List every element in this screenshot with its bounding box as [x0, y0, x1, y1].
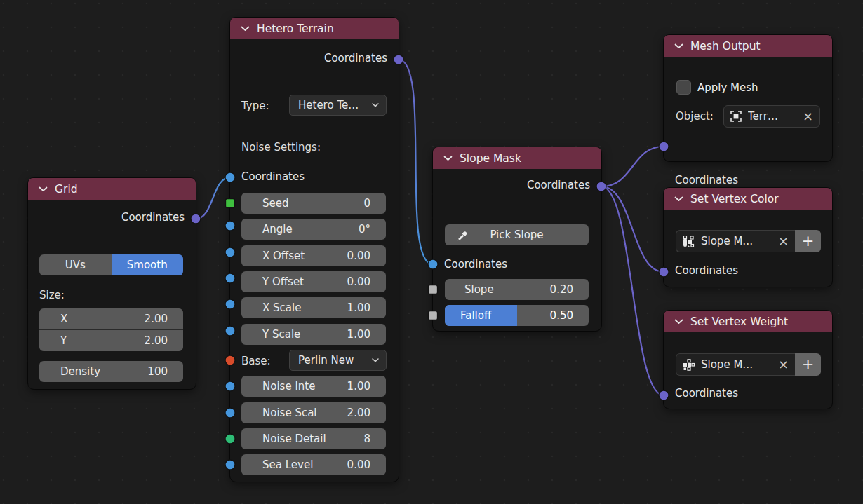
- socket-slopemask-coordinates-input[interactable]: [428, 259, 438, 269]
- node-sockets: [0, 0, 863, 504]
- socket-meshoutput-coordinates-input[interactable]: [659, 142, 669, 151]
- socket-hetero-coordinates-output[interactable]: [394, 55, 403, 64]
- socket-noise-intensity-input[interactable]: [225, 381, 235, 391]
- socket-y-offset-input[interactable]: [225, 273, 235, 283]
- socket-base-input[interactable]: [225, 355, 235, 365]
- socket-vertexweight-coordinates-input[interactable]: [659, 390, 669, 400]
- socket-vertexcolor-coordinates-input[interactable]: [659, 267, 669, 277]
- socket-seed-input[interactable]: [226, 199, 235, 208]
- socket-sea-level-input[interactable]: [225, 460, 235, 470]
- socket-x-scale-input[interactable]: [225, 299, 235, 309]
- socket-hetero-coordinates-input[interactable]: [225, 172, 235, 182]
- socket-falloff-input[interactable]: [429, 311, 438, 320]
- socket-y-scale-input[interactable]: [225, 326, 235, 336]
- socket-x-offset-input[interactable]: [225, 247, 235, 257]
- socket-noise-scale-input[interactable]: [225, 408, 235, 418]
- socket-noise-detail-input[interactable]: [225, 434, 235, 444]
- socket-grid-coordinates-output[interactable]: [191, 214, 201, 224]
- socket-angle-input[interactable]: [225, 221, 235, 231]
- socket-slopemask-coordinates-output[interactable]: [596, 182, 606, 191]
- socket-slope-input[interactable]: [429, 285, 438, 294]
- node-editor-canvas[interactable]: Grid Coordinates UVs Smooth Size: X 2.00…: [0, 0, 863, 504]
